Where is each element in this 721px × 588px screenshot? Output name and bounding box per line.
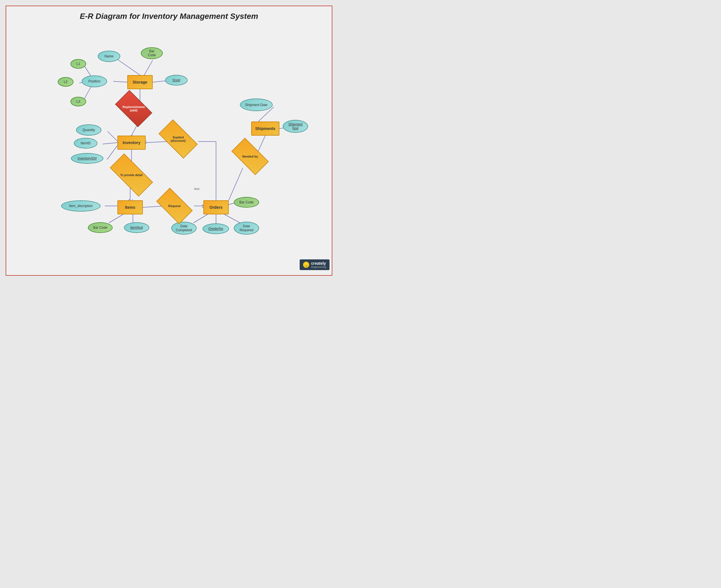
page-title: E-R Diagram for Inventory Management Sys… [6, 6, 332, 24]
relation-needed-by: Needed by [233, 147, 267, 166]
entity-shipments[interactable]: Shipments [251, 122, 279, 135]
svg-line-0 [115, 57, 140, 75]
logo-text: creately Diagramming [311, 261, 326, 268]
attr-barcode-orders: Bar Code [234, 197, 259, 208]
attr-item-desc: Item_discription [61, 200, 101, 212]
attr-barcode-storage: Bar Code [141, 47, 163, 59]
svg-line-3 [153, 81, 167, 82]
attr-sno: Sno# [165, 75, 187, 86]
creately-logo: 💡 creately Diagramming [300, 259, 329, 270]
svg-line-26 [229, 168, 243, 200]
attr-l3: L3 [71, 97, 86, 106]
diagram-lines [6, 26, 333, 273]
attr-quantity: Quantity [76, 124, 101, 135]
entity-orders[interactable]: Orders [203, 200, 229, 214]
attr-shipment-no: Shipment No# [283, 120, 308, 133]
attr-date-required: Date Required [234, 222, 259, 235]
attr-l2: L2 [58, 77, 74, 87]
svg-line-9 [107, 131, 117, 141]
attr-itemid: ItemID [74, 138, 97, 149]
entity-inventory[interactable]: Inventory [117, 135, 146, 150]
attr-l1: L1 [71, 59, 86, 69]
logo-icon: 💡 [303, 261, 309, 268]
relation-supplied: Suplied (discount) [161, 129, 196, 149]
attr-position: Position [82, 76, 107, 87]
diagram-area: Storage Inventory Items Orders Shipments… [6, 26, 333, 273]
attr-orderno: OrederNo [202, 224, 229, 234]
attr-itemno: ItemNo# [124, 222, 149, 233]
attr-shipment-date: Shipment Date [240, 99, 273, 111]
relation-replenishment: Replenishment (add) [117, 99, 150, 119]
attr-name: Name [98, 51, 120, 62]
attr-date-completed: Date Completed [171, 222, 197, 235]
entity-storage[interactable]: Storage [127, 75, 153, 89]
svg-line-2 [113, 81, 127, 82]
svg-line-22 [194, 214, 207, 223]
attr-inventoryid: InventoryID# [71, 153, 103, 164]
svg-line-25 [229, 203, 234, 205]
entity-items[interactable]: Items [117, 200, 143, 214]
main-container: E-R Diagram for Inventory Management Sys… [6, 6, 332, 276]
svg-line-24 [224, 214, 240, 223]
svg-line-18 [109, 214, 123, 223]
svg-line-1 [144, 60, 153, 75]
svg-line-11 [107, 145, 117, 160]
relation-request: Request [158, 196, 191, 215]
svg-line-10 [102, 143, 117, 144]
attr-barcode-items: Bar Code [88, 222, 113, 233]
text-label-text: text [194, 187, 199, 190]
svg-line-6 [84, 85, 92, 100]
relation-to-provide: To provide detail [111, 165, 152, 185]
